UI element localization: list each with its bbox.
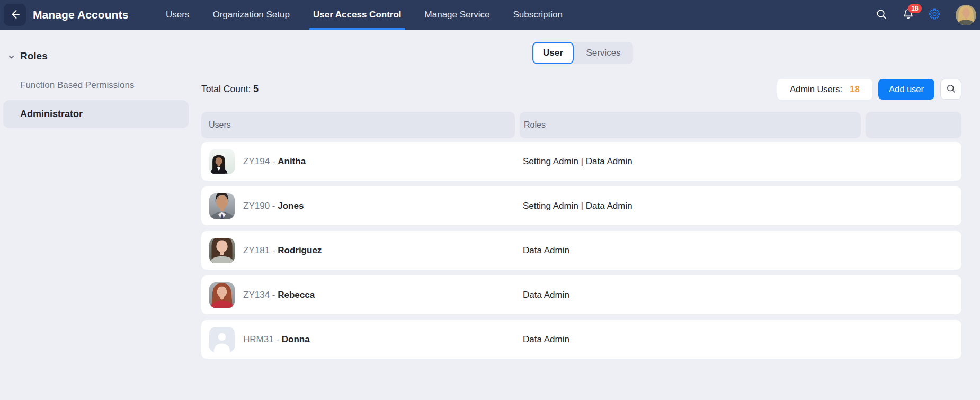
- user-cell: ZY134 - Rebecca: [201, 282, 515, 308]
- table-search-button[interactable]: [940, 79, 961, 100]
- user-id: ZY134: [243, 290, 270, 300]
- user-name: Rebecca: [278, 290, 315, 300]
- id-name-separator: -: [272, 201, 275, 211]
- roles-cell: Data Admin: [520, 290, 861, 300]
- total-count-value: 5: [253, 84, 259, 94]
- notifications-button[interactable]: 18: [898, 5, 917, 24]
- user-avatar: [209, 149, 235, 174]
- user-name: Donna: [282, 334, 310, 344]
- roles-cell: Setting Admin | Data Admin: [520, 201, 861, 211]
- roles-cell: Data Admin: [520, 334, 861, 345]
- nav-item-subscription[interactable]: Subscription: [509, 0, 566, 30]
- notification-badge: 18: [908, 4, 922, 13]
- user-avatar: [209, 238, 235, 263]
- user-id: ZY181: [243, 245, 270, 255]
- table-header: Users Roles: [201, 112, 961, 138]
- total-count-label: Total Count:: [201, 84, 251, 94]
- user-avatar: [209, 193, 235, 219]
- user-id: HRM31: [243, 334, 274, 344]
- table-row[interactable]: ZY194 - AnithaSetting Admin | Data Admin: [201, 142, 961, 181]
- user-id-name: ZY134 - Rebecca: [243, 290, 315, 300]
- user-id-name: ZY190 - Jones: [243, 201, 304, 211]
- gear-icon: [928, 8, 941, 22]
- table-row[interactable]: ZY134 - RebeccaData Admin: [201, 275, 961, 314]
- nav-item-label: Users: [166, 10, 189, 20]
- toolbar-right: Admin Users:18 Add user: [777, 79, 961, 100]
- table-row[interactable]: HRM31 - DonnaData Admin: [201, 320, 961, 359]
- tab-services[interactable]: Services: [574, 42, 633, 64]
- chevron-down-icon[interactable]: [8, 53, 15, 63]
- sidebar-item-administrator[interactable]: Administrator: [3, 100, 189, 128]
- back-button[interactable]: [4, 4, 26, 26]
- nav-item-label: User Access Control: [313, 10, 402, 20]
- column-header-actions: [866, 112, 961, 138]
- view-toggle: User Services: [532, 42, 633, 64]
- user-cell: ZY194 - Anitha: [201, 149, 515, 174]
- search-icon: [946, 84, 956, 95]
- id-name-separator: -: [272, 290, 275, 300]
- admin-users-pill: Admin Users:18: [777, 79, 872, 100]
- primary-nav: UsersOrganization SetupUser Access Contr…: [162, 0, 566, 30]
- admin-users-count: 18: [850, 84, 860, 95]
- admin-users-label: Admin Users:: [790, 84, 842, 94]
- top-icons: 18: [872, 0, 980, 30]
- search-icon: [876, 8, 887, 22]
- user-name: Jones: [278, 201, 304, 211]
- user-cell: HRM31 - Donna: [201, 327, 515, 352]
- profile-avatar[interactable]: [956, 5, 976, 25]
- page-title: Manage Accounts: [33, 0, 128, 30]
- roles-cell: Setting Admin | Data Admin: [520, 156, 861, 167]
- user-avatar: [209, 282, 235, 308]
- user-id: ZY190: [243, 201, 270, 211]
- id-name-separator: -: [272, 245, 275, 255]
- nav-item-user-access-control[interactable]: User Access Control: [309, 0, 405, 30]
- table-row[interactable]: ZY190 - JonesSetting Admin | Data Admin: [201, 186, 961, 225]
- table-row[interactable]: ZY181 - RodriguezData Admin: [201, 231, 961, 270]
- user-name: Rodriguez: [278, 245, 322, 255]
- user-avatar: [209, 327, 235, 352]
- add-user-button[interactable]: Add user: [878, 79, 934, 100]
- user-id-name: HRM31 - Donna: [243, 334, 310, 345]
- settings-button[interactable]: [925, 5, 944, 24]
- arrow-left-icon: [9, 8, 21, 22]
- nav-item-manage-service[interactable]: Manage Service: [421, 0, 494, 30]
- nav-item-label: Organization Setup: [212, 10, 290, 20]
- main-content: User Services Total Count: 5 Admin Users…: [201, 30, 961, 365]
- table-body: ZY194 - AnithaSetting Admin | Data Admin…: [201, 142, 961, 359]
- user-id: ZY194: [243, 156, 270, 166]
- sidebar-item-function-based-permissions[interactable]: Function Based Permissions: [20, 80, 134, 91]
- sidebar-section-roles[interactable]: Roles: [20, 50, 48, 62]
- id-name-separator: -: [272, 156, 275, 166]
- nav-item-label: Manage Service: [425, 10, 490, 20]
- tab-user[interactable]: User: [532, 42, 574, 64]
- roles-cell: Data Admin: [520, 245, 861, 256]
- nav-item-users[interactable]: Users: [162, 0, 193, 30]
- user-name: Anitha: [278, 156, 306, 166]
- top-bar: Manage Accounts UsersOrganization SetupU…: [0, 0, 980, 30]
- user-cell: ZY181 - Rodriguez: [201, 238, 515, 263]
- user-id-name: ZY194 - Anitha: [243, 156, 306, 167]
- view-toggle-wrap: User Services: [201, 42, 961, 64]
- user-cell: ZY190 - Jones: [201, 193, 515, 219]
- column-header-roles: Roles: [520, 112, 861, 138]
- user-id-name: ZY181 - Rodriguez: [243, 245, 322, 256]
- total-count: Total Count: 5: [201, 84, 259, 95]
- column-header-users: Users: [201, 112, 515, 138]
- search-button[interactable]: [872, 5, 891, 24]
- toolbar: Total Count: 5 Admin Users:18 Add user: [201, 79, 961, 100]
- nav-item-label: Subscription: [513, 10, 563, 20]
- nav-item-organization-setup[interactable]: Organization Setup: [209, 0, 293, 30]
